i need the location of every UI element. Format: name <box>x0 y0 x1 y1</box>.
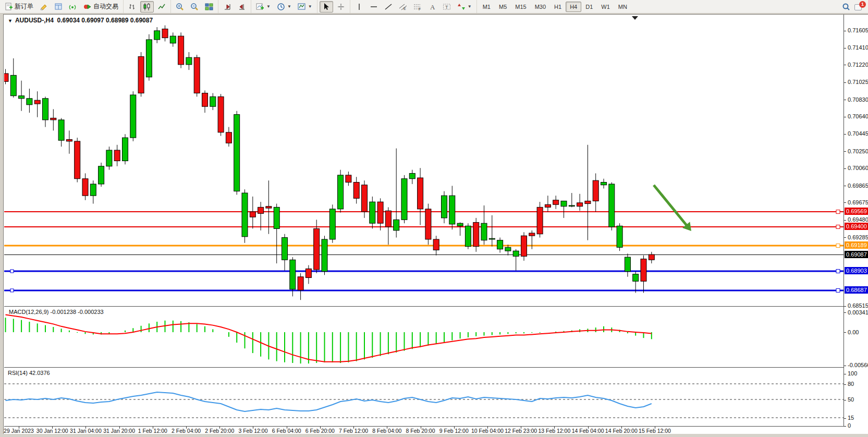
chart-shift-marker-icon[interactable] <box>632 16 638 20</box>
price-line-badge: 0.68903 <box>845 267 868 274</box>
line-handle-icon[interactable] <box>836 244 840 248</box>
candle-bear <box>649 254 654 260</box>
candle-bull <box>338 175 344 209</box>
candle-bear <box>425 209 431 239</box>
main-toolbar: 新订单自动交易▼▼▼EFAT▼ M1M5M15M30H1H4D1W1MN 1 <box>0 0 868 14</box>
price-tick: 0.69865 <box>848 183 868 189</box>
timeframe-m1-button[interactable]: M1 <box>479 2 495 12</box>
price-tick: 0.70640 <box>848 113 868 119</box>
candle-bull <box>282 238 288 260</box>
dropdown-caret-icon[interactable]: ▼ <box>308 4 312 9</box>
search-icon[interactable] <box>842 3 850 11</box>
cursor-button[interactable] <box>320 1 333 13</box>
line-handle-icon[interactable] <box>836 269 840 273</box>
template-icon <box>298 3 306 11</box>
line-handle-icon[interactable] <box>10 270 14 273</box>
candle-bull <box>242 193 248 237</box>
rsi-tick: 0 <box>848 422 851 429</box>
styler-button[interactable] <box>37 1 51 13</box>
candle-bear <box>114 150 120 161</box>
time-axis-label: 1 Feb 12:00 <box>138 428 167 434</box>
candle-bear <box>529 233 535 236</box>
dropdown-caret-icon[interactable]: ▼ <box>266 4 271 9</box>
candle-bear <box>545 204 551 207</box>
timeframe-d1-button[interactable]: D1 <box>581 2 597 12</box>
price-tick: 0.71025 <box>848 79 868 85</box>
price-axis[interactable]: 0.716050.714100.712200.710250.708300.706… <box>843 15 868 427</box>
candle-bull <box>457 223 463 226</box>
candle-bull <box>106 150 112 166</box>
line-handle-icon[interactable] <box>836 225 840 229</box>
zoom-in-button[interactable] <box>173 1 187 13</box>
periods-button[interactable]: ▼ <box>274 1 294 13</box>
chart-shift-button[interactable] <box>235 1 249 13</box>
time-axis-label: 13 Feb 12:00 <box>538 428 570 434</box>
line-handle-icon[interactable] <box>836 210 840 214</box>
candle-bull <box>561 201 567 206</box>
timeframe-w1-button[interactable]: W1 <box>597 2 614 12</box>
arrows-button[interactable]: ▼ <box>455 1 474 13</box>
dropdown-caret-icon[interactable]: ▼ <box>468 4 472 9</box>
tile-icon <box>205 3 213 11</box>
candle-bear <box>250 212 255 217</box>
timeframe-m15-button[interactable]: M15 <box>511 2 530 12</box>
text-label-button[interactable]: T <box>440 1 454 13</box>
timeframe-h1-button[interactable]: H1 <box>550 2 566 12</box>
indicators-icon <box>256 3 264 11</box>
bars-chart-button[interactable] <box>126 1 139 13</box>
candle-bull <box>449 196 455 224</box>
timeframe-m5-button[interactable]: M5 <box>495 2 511 12</box>
vertical-line-button[interactable] <box>352 1 366 13</box>
timeframe-mn-button[interactable]: MN <box>614 2 631 12</box>
candle-bear <box>266 207 272 208</box>
autoscroll-icon <box>223 3 231 11</box>
timeframe-h4-button[interactable]: H4 <box>566 2 581 12</box>
time-axis-label: 7 Feb 12:00 <box>339 428 368 434</box>
signals-button[interactable] <box>66 1 80 13</box>
macd-panel[interactable] <box>4 309 843 367</box>
macd-signal-line <box>6 315 652 362</box>
indicators-button[interactable]: ▼ <box>253 1 273 13</box>
equidistant-channel-button[interactable]: E <box>396 1 410 13</box>
autotrading-button-label: 自动交易 <box>93 2 118 11</box>
crosshair-button[interactable] <box>334 1 348 13</box>
candle-bull <box>322 239 327 272</box>
time-axis-label: 9 Feb 12:00 <box>439 428 469 434</box>
rsi-panel[interactable] <box>4 369 843 426</box>
candle-bull <box>370 202 375 223</box>
toolbar-group-3 <box>218 0 251 13</box>
horizontal-line-button[interactable] <box>367 1 381 13</box>
chevron-down-icon[interactable]: ▼ <box>8 18 13 23</box>
tile-windows-button[interactable] <box>202 1 216 13</box>
time-axis-label: 2 Feb 20:00 <box>205 428 234 434</box>
time-axis[interactable]: 29 Jan 202330 Jan 12:0031 Jan 04:0031 Ja… <box>4 426 843 434</box>
line-chart-button[interactable] <box>155 1 168 13</box>
chart-window: ▼AUDUSD-,H4 0.69034 0.69097 0.68989 0.69… <box>3 14 868 435</box>
price-chart[interactable] <box>4 16 843 306</box>
time-axis-label: 3 Feb 12:00 <box>238 428 267 434</box>
dropdown-caret-icon[interactable]: ▼ <box>287 4 291 9</box>
arrow-annotation[interactable] <box>654 185 688 227</box>
market-window-button[interactable] <box>52 1 65 13</box>
text-button[interactable]: A <box>425 1 439 13</box>
time-axis-label: 31 Jan 20:00 <box>103 428 135 434</box>
zoom-out-button[interactable] <box>188 1 201 13</box>
line-handle-icon[interactable] <box>836 288 840 292</box>
fibonacci-button[interactable]: F <box>411 1 424 13</box>
candles-chart-button[interactable] <box>140 1 154 13</box>
styler-icon <box>40 3 48 11</box>
auto-scroll-button[interactable] <box>221 1 234 13</box>
chart-title[interactable]: ▼AUDUSD-,H4 0.69034 0.69097 0.68989 0.69… <box>8 17 153 24</box>
line-handle-icon[interactable] <box>10 289 14 292</box>
timeframe-m30-button[interactable]: M30 <box>531 2 550 12</box>
candle-bear <box>385 211 391 227</box>
new-order-button[interactable]: 新订单 <box>2 1 36 13</box>
candle-bull <box>290 260 296 289</box>
signal-icon <box>69 3 77 11</box>
candle-bull <box>146 40 152 77</box>
notifications-icon[interactable]: 1 <box>854 3 864 11</box>
candle-bull <box>234 115 240 191</box>
templates-button[interactable]: ▼ <box>295 1 315 13</box>
autotrading-button[interactable]: 自动交易 <box>81 1 121 13</box>
trendline-button[interactable] <box>382 1 395 13</box>
